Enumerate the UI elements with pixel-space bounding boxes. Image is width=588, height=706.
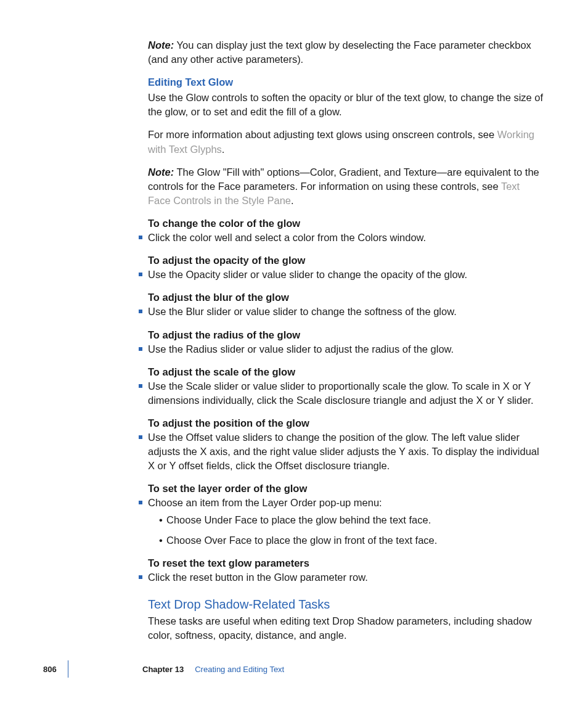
sub-list-item: Choose Under Face to place the glow behi… xyxy=(159,513,545,527)
task-title: To adjust the scale of the glow xyxy=(148,365,545,379)
list-item: Click the color well and select a color … xyxy=(148,231,545,245)
list-item: Use the Offset value sliders to change t… xyxy=(148,430,545,473)
crossref-pre: For more information about adjusting tex… xyxy=(148,129,497,140)
task-list: Choose an item from the Layer Order pop-… xyxy=(148,496,545,547)
list-item: Click the reset button in the Glow param… xyxy=(148,570,545,585)
list-item: Use the Blur slider or value slider to c… xyxy=(148,305,545,319)
list-item: Use the Opacity slider or value slider t… xyxy=(148,268,545,282)
task-list: Use the Opacity slider or value slider t… xyxy=(148,268,545,282)
task-list: Use the Radius slider or value slider to… xyxy=(148,342,545,356)
note-paragraph: Note: You can display just the text glow… xyxy=(148,38,545,67)
note-after: . xyxy=(291,195,294,206)
task-list: Use the Blur slider or value slider to c… xyxy=(148,305,545,319)
task-title: To adjust the blur of the glow xyxy=(148,290,545,305)
task-title: To change the color of the glow xyxy=(148,216,545,231)
footer-divider xyxy=(68,660,68,678)
crossref-paragraph: For more information about adjusting tex… xyxy=(148,128,545,156)
task-list: Click the reset button in the Glow param… xyxy=(148,570,545,585)
task-list: Use the Offset value sliders to change t… xyxy=(148,430,545,473)
crossref-post: . xyxy=(222,144,225,155)
task-title: To reset the text glow parameters xyxy=(148,556,545,570)
note-text: The Glow "Fill with" options—Color, Grad… xyxy=(148,166,539,192)
page: Note: You can display just the text glow… xyxy=(0,0,588,706)
list-item: Use the Scale slider or value slider to … xyxy=(148,379,545,408)
section-intro: Use the Glow controls to soften the opac… xyxy=(148,91,545,119)
note-paragraph: Note: The Glow "Fill with" options—Color… xyxy=(148,165,545,208)
task-title: To adjust the opacity of the glow xyxy=(148,253,545,268)
chapter-title: Creating and Editing Text xyxy=(195,665,284,674)
task-title: To adjust the position of the glow xyxy=(148,416,545,430)
page-number: 806 xyxy=(43,665,68,674)
task-title: To set the layer order of the glow xyxy=(148,482,545,496)
content-area: Note: You can display just the text glow… xyxy=(148,38,545,642)
list-item: Choose an item from the Layer Order pop-… xyxy=(148,496,545,547)
list-item: Use the Radius slider or value slider to… xyxy=(148,342,545,356)
section-intro: These tasks are useful when editing text… xyxy=(148,614,545,642)
page-footer: 806 Chapter 13 Creating and Editing Text xyxy=(0,660,588,678)
task-title: To adjust the radius of the glow xyxy=(148,328,545,342)
heading-editing-text-glow: Editing Text Glow xyxy=(148,75,545,89)
note-text: You can display just the text glow by de… xyxy=(148,39,531,65)
list-item-text: Choose an item from the Layer Order pop-… xyxy=(148,497,382,508)
note-label: Note: xyxy=(148,39,174,51)
task-list: Click the color well and select a color … xyxy=(148,231,545,245)
chapter-label: Chapter 13 xyxy=(142,665,184,674)
task-list: Use the Scale slider or value slider to … xyxy=(148,379,545,408)
heading-drop-shadow: Text Drop Shadow-Related Tasks xyxy=(148,596,545,613)
sub-list-item: Choose Over Face to place the glow in fr… xyxy=(159,533,545,548)
note-label: Note: xyxy=(148,166,174,178)
sub-list: Choose Under Face to place the glow behi… xyxy=(159,513,545,548)
